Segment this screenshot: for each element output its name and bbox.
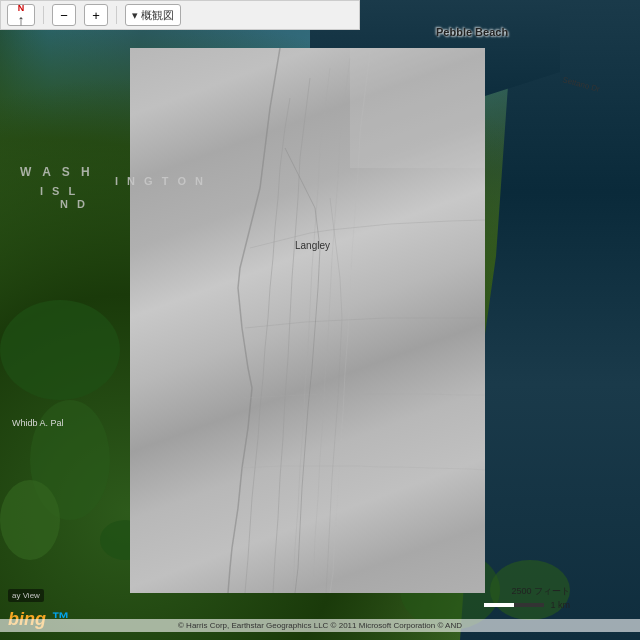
nd-label: N D	[60, 198, 88, 210]
compass-rose: N ↑	[18, 3, 25, 27]
zoom-out-button[interactable]: −	[52, 4, 76, 26]
scale-line-container: 1 km	[484, 600, 570, 610]
svg-rect-0	[350, 48, 485, 168]
copyright-text: © Harris Corp, Earthstar Geographics LLC…	[0, 619, 640, 632]
scale-bar: 2500 フィート 1 km	[484, 585, 570, 610]
ington-label: I N G T O N	[115, 175, 206, 187]
vegetation-3	[0, 480, 60, 560]
vegetation-1	[0, 300, 120, 400]
terrain-lines	[130, 48, 485, 593]
scale-feet-label: 2500 フィート	[511, 585, 570, 598]
street-view-label[interactable]: ay View	[8, 589, 44, 602]
whidbey-label: Whidb A. Pal	[12, 418, 64, 430]
isl-label: I S L	[40, 185, 78, 197]
toolbar-separator-2	[116, 6, 117, 24]
overview-button[interactable]: ▾ 概観図	[125, 4, 181, 26]
washington-label: W A S H	[20, 165, 94, 179]
map-container[interactable]: N ↑ − + ▾ 概観図 W A S H I N G T O N I S L …	[0, 0, 640, 640]
toolbar: N ↑ − + ▾ 概観図	[0, 0, 360, 30]
toolbar-separator-1	[43, 6, 44, 24]
scale-line	[484, 603, 544, 607]
pebble-beach-label: Pebble Beach	[436, 26, 508, 38]
zoom-in-button[interactable]: +	[84, 4, 108, 26]
compass-arrow-icon: ↑	[18, 13, 25, 27]
scale-km-label: 1 km	[550, 600, 570, 610]
compass-button[interactable]: N ↑	[7, 4, 35, 26]
langley-label: Langley	[295, 240, 330, 251]
